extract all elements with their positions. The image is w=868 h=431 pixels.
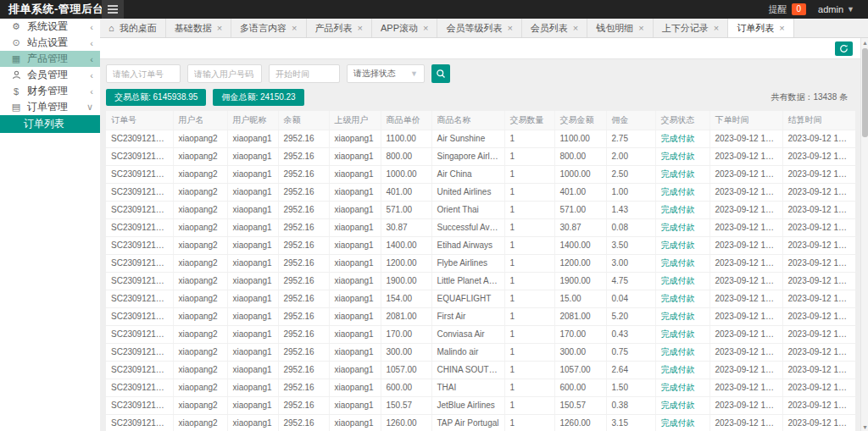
status-select[interactable]: 请选择状态 ▼ [347,64,425,83]
tab-label: 基础数据 [175,22,212,35]
tab-app-scroll[interactable]: APP滚动× [372,19,437,37]
sidebar-item-finance-manage[interactable]: $财务管理‹ [0,83,100,99]
cell-username: xiaopang2 [173,325,227,343]
cell-order-time: 2023-09-12 15:23:14 [709,361,782,379]
tab-close-icon[interactable]: × [638,24,643,33]
col-header-commission: 佣金 [606,111,655,130]
sidebar-item-site-settings[interactable]: ⊙站点设置‹ [0,35,100,51]
chevron-left-icon: ‹ [90,86,93,97]
cell-unit-price: 1000.00 [381,165,431,183]
cell-trade-amount: 1260.00 [554,414,606,431]
cell-trade-status: 完成付款 [655,254,709,272]
tab-multilang-content[interactable]: 多语言内容× [231,19,306,37]
cell-parent-user: xiaopang1 [329,236,381,254]
order-table-wrap: 订单号用户名用户昵称余额上级用户商品单价商品名称交易数量交易金额佣金交易状态下单… [106,111,855,431]
sidebar-item-member-manage[interactable]: 会员管理‹ [0,67,100,83]
notice-link[interactable]: 提醒 0 [769,3,807,16]
tab-basic-data[interactable]: 基础数据× [166,19,231,37]
tab-close-icon[interactable]: × [217,24,222,33]
start-time-input[interactable] [269,64,340,83]
tab-label: 订单列表 [737,22,774,35]
tab-desktop[interactable]: ⌂我的桌面 [100,19,166,37]
tab-close-icon[interactable]: × [779,24,784,33]
tab-close-icon[interactable]: × [292,24,297,33]
cell-commission: 2.50 [606,165,655,183]
cell-balance: 2952.16 [278,343,329,361]
scrollbar-thumb[interactable] [862,48,868,137]
cell-order-no: SC23091216225050 [106,165,173,183]
cell-trade-qty: 1 [504,236,554,254]
tab-member-level-list[interactable]: 会员等级列表× [437,19,521,37]
cell-unit-price: 600.00 [381,379,431,396]
cell-trade-status: 完成付款 [655,165,709,183]
scroll-down-icon[interactable]: ▼ [861,423,868,431]
username: admin [818,4,843,14]
cell-order-time: 2023-09-12 15:23:07 [709,290,782,307]
tab-updown-record[interactable]: 上下分记录× [654,19,728,37]
sidebar-item-order-manage[interactable]: ▤订单管理∨ [0,99,100,115]
table-row: SC23091216226749xiaopang2xiaopang12952.1… [106,218,855,236]
cell-username: xiaopang2 [173,201,227,218]
app-title: 排单系统-管理后台 [0,2,100,17]
cell-nickname: xiaopang1 [227,290,278,307]
tab-close-icon[interactable]: × [573,24,578,33]
cell-settle-time: 2023-09-12 15:22:59 [782,218,855,236]
cell-order-time: 2023-09-12 15:22:58 [709,218,782,236]
cell-order-no: SC23091216224712 [106,201,173,218]
cell-balance: 2952.16 [278,183,329,201]
vertical-scrollbar[interactable]: ▲ ▼ [860,38,868,431]
cell-commission: 0.38 [606,396,655,414]
cell-trade-status: 完成付款 [655,218,709,236]
cell-order-time: 2023-09-12 15:22:50 [709,147,782,165]
cell-unit-price: 150.57 [381,396,431,414]
user-no-input[interactable] [187,64,262,83]
col-header-parent-user: 上级用户 [329,111,381,130]
sidebar-item-product-manage[interactable]: ▦产品管理‹ [0,51,100,67]
cell-order-time: 2023-09-12 15:22:52 [709,165,782,183]
cell-trade-amount: 1100.00 [554,130,606,147]
cell-product-name: Little Planet Airlines [431,272,504,290]
cell-username: xiaopang2 [173,361,227,379]
tab-product-list[interactable]: 产品列表× [307,19,372,37]
cell-order-no: SC23091216236025 [106,414,173,431]
cell-unit-price: 1200.00 [381,254,431,272]
cell-nickname: xiaopang1 [227,236,278,254]
tab-label: 多语言内容 [240,22,287,35]
tab-close-icon[interactable]: × [714,24,719,33]
search-button[interactable] [431,64,450,83]
hamburger-menu-icon[interactable] [102,0,124,19]
cell-trade-qty: 1 [504,290,554,307]
sidebar-subitem-order-list[interactable]: 订单列表 [0,115,100,133]
table-row: SC23091216231733xiaopang2xiaopang12952.1… [106,361,855,379]
col-header-nickname: 用户昵称 [227,111,278,130]
cell-trade-qty: 1 [504,254,554,272]
tab-order-list[interactable]: 订单列表× [728,19,793,37]
tab-close-icon[interactable]: × [507,24,512,33]
cell-balance: 2952.16 [278,218,329,236]
cell-commission: 2.00 [606,147,655,165]
user-menu[interactable]: admin ▼ [818,4,854,14]
cell-order-no: SC23091216224415 [106,183,173,201]
cell-order-no: SC23091216226749 [106,218,173,236]
table-row: SC23091216224712xiaopang2xiaopang12952.1… [106,201,855,218]
cell-nickname: xiaopang1 [227,147,278,165]
cell-trade-status: 完成付款 [655,130,709,147]
cell-parent-user: xiaopang1 [329,165,381,183]
scroll-up-icon[interactable]: ▲ [861,38,868,47]
tab-close-icon[interactable]: × [358,24,363,33]
cell-nickname: xiaopang1 [227,343,278,361]
tab-close-icon[interactable]: × [423,24,428,33]
cell-product-name: Air Sunshine [431,130,504,147]
cell-trade-status: 完成付款 [655,147,709,165]
sidebar-item-system-settings[interactable]: ⚙系统设置‹ [0,19,100,35]
refresh-button[interactable] [835,41,853,56]
col-header-order-time: 下单时间 [709,111,782,130]
order-no-input[interactable] [106,64,181,83]
tab-member-list[interactable]: 会员列表× [522,19,587,37]
tab-wallet-detail[interactable]: 钱包明细× [587,19,653,37]
cell-nickname: xiaopang1 [227,379,278,396]
cell-balance: 2952.16 [278,272,329,290]
cell-trade-amount: 1057.00 [554,361,606,379]
status-select-value: 请选择状态 [353,68,396,80]
table-row: SC23091216232125xiaopang2xiaopang12952.1… [106,272,855,290]
